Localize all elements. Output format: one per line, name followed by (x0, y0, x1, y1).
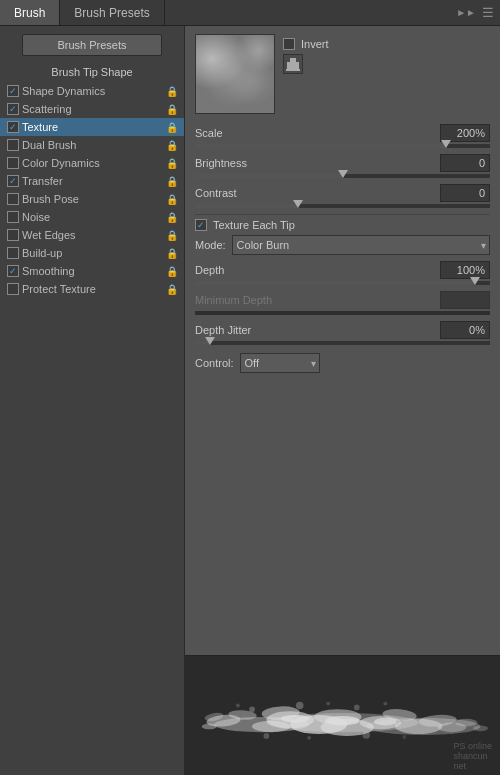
texture-thumbnail[interactable] (195, 34, 275, 114)
protect-texture-checkbox[interactable] (7, 283, 19, 295)
right-panel: Invert Scale (185, 26, 500, 775)
svg-point-9 (202, 724, 217, 730)
brush-presets-button[interactable]: Brush Presets (22, 34, 162, 56)
svg-point-29 (264, 733, 270, 739)
depth-row: Depth (195, 261, 490, 279)
brush-item-noise[interactable]: Noise 🔒 (0, 208, 184, 226)
min-depth-slider-track (195, 311, 490, 315)
tab-controls: ►► ☰ (450, 0, 500, 25)
depth-value[interactable] (440, 261, 490, 279)
scattering-check-area (4, 103, 22, 115)
depth-slider-thumb[interactable] (470, 277, 480, 285)
transfer-label: Transfer (22, 175, 164, 187)
scattering-checkbox[interactable] (7, 103, 19, 115)
color-dynamics-checkbox[interactable] (7, 157, 19, 169)
brush-item-dual-brush[interactable]: Dual Brush 🔒 (0, 136, 184, 154)
scattering-lock-icon: 🔒 (166, 104, 178, 115)
contrast-slider-fill (195, 204, 298, 208)
brush-item-build-up[interactable]: Build-up 🔒 (0, 244, 184, 262)
transfer-lock-icon: 🔒 (166, 176, 178, 187)
svg-point-27 (383, 702, 387, 706)
brightness-slider-fill (195, 174, 343, 178)
mode-select[interactable]: Color Burn Normal Multiply Screen Overla… (232, 235, 490, 255)
smoothing-checkbox[interactable] (7, 265, 19, 277)
tab-menu-icon[interactable]: ☰ (482, 5, 494, 20)
depth-slider-track[interactable] (195, 281, 490, 285)
scale-label: Scale (195, 127, 440, 139)
scale-slider-fill (195, 144, 446, 148)
noise-check-area (4, 211, 22, 223)
build-up-lock-icon: 🔒 (166, 248, 178, 259)
build-up-label: Build-up (22, 247, 164, 259)
wet-edges-checkbox[interactable] (7, 229, 19, 241)
protect-texture-lock-icon: 🔒 (166, 284, 178, 295)
texture-stamp-button[interactable] (283, 54, 303, 74)
texture-checkbox[interactable] (7, 121, 19, 133)
brush-item-color-dynamics[interactable]: Color Dynamics 🔒 (0, 154, 184, 172)
svg-point-35 (374, 718, 397, 726)
tab-brush[interactable]: Brush (0, 0, 60, 25)
brush-item-shape-dynamics[interactable]: Shape Dynamics 🔒 (0, 82, 184, 100)
contrast-row: Contrast (195, 184, 490, 202)
tab-forward-icon[interactable]: ►► (456, 7, 476, 18)
depth-jitter-label: Depth Jitter (195, 324, 440, 336)
control-select-wrapper: Off Fade Pen Pressure Pen Tilt (240, 353, 320, 373)
texture-each-tip-checkbox[interactable] (195, 219, 207, 231)
noise-label: Noise (22, 211, 164, 223)
control-label: Control: (195, 357, 234, 369)
brush-item-transfer[interactable]: Transfer 🔒 (0, 172, 184, 190)
scattering-label: Scattering (22, 103, 164, 115)
dual-brush-checkbox[interactable] (7, 139, 19, 151)
invert-row: Invert (283, 38, 329, 50)
svg-point-26 (354, 705, 360, 711)
depth-jitter-slider-track[interactable] (195, 341, 490, 345)
noise-checkbox[interactable] (7, 211, 19, 223)
transfer-checkbox[interactable] (7, 175, 19, 187)
shape-dynamics-lock-icon: 🔒 (166, 86, 178, 97)
brush-item-protect-texture[interactable]: Protect Texture 🔒 (0, 280, 184, 298)
brush-item-texture[interactable]: Texture 🔒 (0, 118, 184, 136)
color-dynamics-check-area (4, 157, 22, 169)
left-panel: Brush Presets Brush Tip Shape Shape Dyna… (0, 26, 185, 775)
wet-edges-label: Wet Edges (22, 229, 164, 241)
brightness-slider-thumb[interactable] (338, 170, 348, 178)
contrast-slider-thumb[interactable] (293, 200, 303, 208)
brush-item-brush-pose[interactable]: Brush Pose 🔒 (0, 190, 184, 208)
svg-rect-2 (286, 69, 300, 71)
depth-jitter-value[interactable] (440, 321, 490, 339)
build-up-checkbox[interactable] (7, 247, 19, 259)
control-select[interactable]: Off Fade Pen Pressure Pen Tilt (240, 353, 320, 373)
shape-dynamics-check-area (4, 85, 22, 97)
texture-check-area (4, 121, 22, 133)
brush-pose-checkbox[interactable] (7, 193, 19, 205)
texture-stamp-icon (285, 57, 301, 71)
mode-row: Mode: Color Burn Normal Multiply Screen … (195, 235, 490, 255)
contrast-label: Contrast (195, 187, 440, 199)
shape-dynamics-checkbox[interactable] (7, 85, 19, 97)
brush-item-scattering[interactable]: Scattering 🔒 (0, 100, 184, 118)
brush-pose-label: Brush Pose (22, 193, 164, 205)
texture-thumb-inner (196, 35, 274, 113)
svg-point-31 (362, 731, 370, 739)
contrast-slider-track[interactable] (195, 204, 490, 208)
brush-item-wet-edges[interactable]: Wet Edges 🔒 (0, 226, 184, 244)
depth-jitter-slider-thumb[interactable] (205, 337, 215, 345)
invert-checkbox[interactable] (283, 38, 295, 50)
color-dynamics-lock-icon: 🔒 (166, 158, 178, 169)
contrast-value[interactable] (440, 184, 490, 202)
texture-controls: Invert (283, 34, 329, 74)
control-row: Control: Off Fade Pen Pressure Pen Tilt (195, 353, 490, 373)
texture-preview-area: Invert (185, 26, 500, 118)
svg-point-25 (296, 702, 304, 710)
tab-brush-presets[interactable]: Brush Presets (60, 0, 164, 25)
brightness-value[interactable] (440, 154, 490, 172)
texture-lock-icon: 🔒 (166, 122, 178, 133)
noise-lock-icon: 🔒 (166, 212, 178, 223)
brush-tip-shape-title: Brush Tip Shape (0, 64, 184, 82)
svg-point-34 (325, 716, 359, 726)
brightness-slider-track[interactable] (195, 174, 490, 178)
scale-slider-thumb[interactable] (441, 140, 451, 148)
depth-slider-fill (195, 281, 475, 285)
scale-slider-track[interactable] (195, 144, 490, 148)
brush-item-smoothing[interactable]: Smoothing 🔒 (0, 262, 184, 280)
